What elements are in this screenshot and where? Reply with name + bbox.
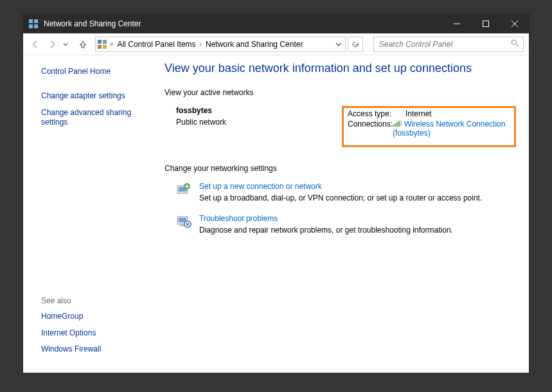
main-content: View your basic network information and … [165, 55, 529, 373]
task-troubleshoot: Troubleshoot problems Diagnose and repai… [176, 214, 516, 235]
sidebar-item-adapter[interactable]: Change adapter settings [41, 91, 158, 102]
svg-point-12 [512, 40, 516, 44]
svg-line-13 [516, 44, 518, 46]
window-frame: Network and Sharing Center « [23, 14, 529, 373]
task-setup-connection: Set up a new connection or network Set u… [176, 182, 516, 202]
svg-rect-16 [396, 122, 398, 127]
svg-rect-14 [393, 125, 394, 127]
svg-rect-5 [483, 21, 488, 27]
active-network-block: fossbytes Public network Access type: In… [176, 106, 516, 147]
task-troubleshoot-desc: Diagnose and repair network problems, or… [199, 226, 453, 235]
search-icon [511, 39, 519, 49]
svg-rect-0 [29, 19, 33, 23]
svg-rect-18 [400, 120, 402, 127]
sidebar: Control Panel Home Change adapter settin… [23, 55, 165, 373]
back-button[interactable] [28, 37, 42, 51]
wifi-signal-icon [393, 120, 402, 126]
svg-rect-11 [103, 45, 107, 49]
maximize-button[interactable] [471, 14, 500, 33]
chevron-right-icon: › [199, 40, 203, 48]
breadcrumb-overflow[interactable]: « [109, 40, 115, 48]
history-dropdown-icon[interactable] [62, 42, 69, 47]
connection-link-text: Wireless Network Connection (fossbytes) [393, 120, 505, 138]
access-type-label: Access type: [348, 109, 405, 118]
address-bar: « All Control Panel Items › Network and … [23, 33, 529, 55]
breadcrumb-dropdown-icon[interactable] [334, 41, 344, 48]
connection-link[interactable]: Wireless Network Connection (fossbytes) [393, 120, 510, 138]
change-settings-label: Change your networking settings [165, 164, 516, 173]
control-panel-home-link[interactable]: Control Panel Home [41, 67, 158, 76]
forward-button[interactable] [45, 37, 59, 51]
connections-label: Connections: [348, 120, 393, 138]
breadcrumb-root-icon [97, 39, 107, 49]
seealso-firewall[interactable]: Windows Firewall [41, 344, 158, 355]
svg-rect-10 [98, 45, 102, 49]
breadcrumb-item-all[interactable]: All Control Panel Items [116, 40, 197, 49]
search-box[interactable] [373, 37, 524, 52]
network-name: fossbytes [176, 106, 342, 115]
svg-rect-3 [34, 24, 38, 28]
seealso-internet-options[interactable]: Internet Options [41, 328, 158, 339]
svg-rect-15 [395, 123, 396, 127]
close-button[interactable] [500, 14, 529, 33]
active-networks-label: View your active networks [165, 88, 516, 97]
window-title: Network and Sharing Center [44, 19, 141, 28]
svg-rect-17 [398, 121, 400, 127]
page-heading: View your basic network information and … [165, 62, 516, 75]
access-type-value: Internet [405, 109, 432, 118]
connection-details-highlight: Access type: Internet Connections: Wirel… [342, 106, 516, 147]
up-button[interactable] [76, 37, 90, 51]
network-type: Public network [176, 118, 342, 127]
refresh-button[interactable] [348, 37, 363, 52]
title-bar: Network and Sharing Center [23, 14, 529, 33]
troubleshoot-icon [176, 214, 191, 229]
sidebar-item-sharing[interactable]: Change advanced sharing settings [41, 108, 138, 128]
app-icon [28, 19, 39, 29]
seealso-homegroup[interactable]: HomeGroup [41, 312, 158, 322]
breadcrumb-item-current[interactable]: Network and Sharing Center [204, 40, 304, 49]
task-troubleshoot-title[interactable]: Troubleshoot problems [199, 214, 453, 223]
breadcrumb-bar[interactable]: « All Control Panel Items › Network and … [95, 37, 346, 52]
setup-connection-icon [176, 182, 191, 197]
search-input[interactable] [378, 39, 511, 49]
svg-rect-9 [103, 40, 107, 44]
svg-rect-8 [98, 40, 102, 44]
see-also-label: See also [41, 296, 158, 305]
svg-rect-1 [34, 19, 38, 23]
minimize-button[interactable] [442, 14, 471, 33]
task-setup-desc: Set up a broadband, dial-up, or VPN conn… [199, 193, 482, 202]
task-setup-title[interactable]: Set up a new connection or network [199, 182, 482, 191]
svg-rect-2 [29, 24, 33, 28]
